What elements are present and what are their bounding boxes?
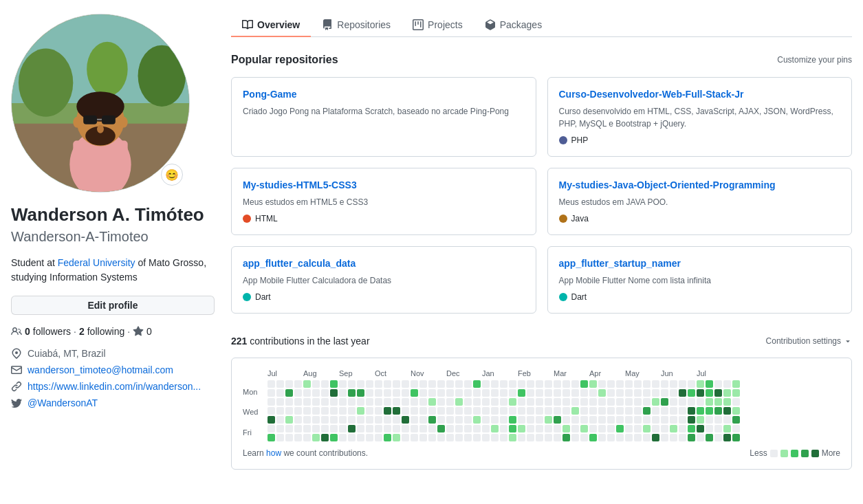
day-cell[interactable] — [661, 380, 668, 388]
day-cell[interactable] — [312, 389, 320, 397]
day-cell[interactable] — [706, 389, 713, 397]
repo-name-flutter-startup[interactable]: app_flutter_startup_namer — [559, 258, 841, 269]
day-cell[interactable] — [402, 407, 409, 415]
day-cell[interactable] — [652, 416, 659, 424]
day-cell[interactable] — [411, 389, 418, 397]
day-cell[interactable] — [285, 389, 293, 397]
day-cell[interactable] — [616, 425, 624, 432]
day-cell[interactable] — [509, 380, 516, 388]
day-cell[interactable] — [732, 380, 740, 388]
day-cell[interactable] — [357, 398, 364, 406]
day-cell[interactable] — [616, 416, 624, 424]
day-cell[interactable] — [706, 416, 713, 424]
day-cell[interactable] — [464, 434, 472, 441]
day-cell[interactable] — [598, 389, 606, 397]
day-cell[interactable] — [714, 416, 722, 424]
day-cell[interactable] — [697, 425, 704, 432]
day-cell[interactable] — [312, 407, 320, 415]
repo-name-curso-web[interactable]: Curso-Desenvolvedor-Web-Full-Stack-Jr — [559, 89, 841, 100]
day-cell[interactable] — [536, 434, 543, 441]
day-cell[interactable] — [652, 389, 659, 397]
day-cell[interactable] — [455, 434, 463, 441]
day-cell[interactable] — [366, 407, 373, 415]
repo-name-flutter-calcula[interactable]: app_flutter_calcula_data — [243, 258, 525, 269]
day-cell[interactable] — [339, 434, 347, 441]
day-cell[interactable] — [491, 407, 499, 415]
day-cell[interactable] — [402, 380, 409, 388]
day-cell[interactable] — [616, 407, 624, 415]
day-cell[interactable] — [375, 416, 382, 424]
day-cell[interactable] — [321, 407, 329, 415]
followers-count[interactable]: 0 — [25, 326, 30, 337]
day-cell[interactable] — [446, 407, 454, 415]
day-cell[interactable] — [330, 389, 338, 397]
day-cell[interactable] — [661, 407, 668, 415]
day-cell[interactable] — [679, 434, 686, 441]
day-cell[interactable] — [509, 425, 516, 432]
day-cell[interactable] — [464, 389, 472, 397]
day-cell[interactable] — [285, 425, 293, 432]
day-cell[interactable] — [330, 380, 338, 388]
day-cell[interactable] — [661, 389, 668, 397]
day-cell[interactable] — [419, 389, 427, 397]
day-cell[interactable] — [598, 380, 606, 388]
day-cell[interactable] — [679, 398, 686, 406]
day-cell[interactable] — [455, 425, 463, 432]
day-cell[interactable] — [446, 398, 454, 406]
day-cell[interactable] — [339, 407, 347, 415]
day-cell[interactable] — [464, 380, 472, 388]
day-cell[interactable] — [473, 407, 481, 415]
day-cell[interactable] — [545, 407, 552, 415]
day-cell[interactable] — [562, 389, 570, 397]
day-cell[interactable] — [303, 434, 311, 441]
day-cell[interactable] — [732, 389, 740, 397]
day-cell[interactable] — [679, 425, 686, 432]
day-cell[interactable] — [518, 434, 525, 441]
day-cell[interactable] — [670, 425, 677, 432]
day-cell[interactable] — [285, 434, 293, 441]
day-cell[interactable] — [571, 380, 579, 388]
day-cell[interactable] — [464, 407, 472, 415]
day-cell[interactable] — [679, 389, 686, 397]
day-cell[interactable] — [419, 434, 427, 441]
day-cell[interactable] — [428, 398, 436, 406]
day-cell[interactable] — [714, 380, 722, 388]
day-cell[interactable] — [580, 425, 588, 432]
day-cell[interactable] — [562, 398, 570, 406]
day-cell[interactable] — [384, 425, 391, 432]
day-cell[interactable] — [518, 398, 525, 406]
day-cell[interactable] — [473, 416, 481, 424]
day-cell[interactable] — [706, 425, 713, 432]
day-cell[interactable] — [562, 380, 570, 388]
day-cell[interactable] — [375, 407, 382, 415]
day-cell[interactable] — [464, 425, 472, 432]
day-cell[interactable] — [634, 398, 642, 406]
day-cell[interactable] — [562, 407, 570, 415]
day-cell[interactable] — [375, 434, 382, 441]
day-cell[interactable] — [446, 416, 454, 424]
day-cell[interactable] — [643, 425, 651, 432]
day-cell[interactable] — [428, 380, 436, 388]
day-cell[interactable] — [518, 380, 525, 388]
day-cell[interactable] — [419, 425, 427, 432]
day-cell[interactable] — [303, 380, 311, 388]
day-cell[interactable] — [312, 434, 320, 441]
day-cell[interactable] — [348, 407, 356, 415]
day-cell[interactable] — [509, 398, 516, 406]
day-cell[interactable] — [366, 425, 373, 432]
day-cell[interactable] — [607, 434, 615, 441]
day-cell[interactable] — [527, 416, 534, 424]
day-cell[interactable] — [482, 389, 490, 397]
day-cell[interactable] — [294, 380, 302, 388]
contrib-learn-link[interactable]: how — [266, 448, 281, 458]
website-link[interactable]: https://www.linkedin.com/in/wanderson... — [28, 381, 201, 392]
day-cell[interactable] — [330, 407, 338, 415]
day-cell[interactable] — [303, 389, 311, 397]
day-cell[interactable] — [536, 380, 543, 388]
day-cell[interactable] — [661, 416, 668, 424]
day-cell[interactable] — [366, 416, 373, 424]
day-cell[interactable] — [670, 380, 677, 388]
day-cell[interactable] — [643, 434, 651, 441]
day-cell[interactable] — [607, 425, 615, 432]
day-cell[interactable] — [536, 425, 543, 432]
